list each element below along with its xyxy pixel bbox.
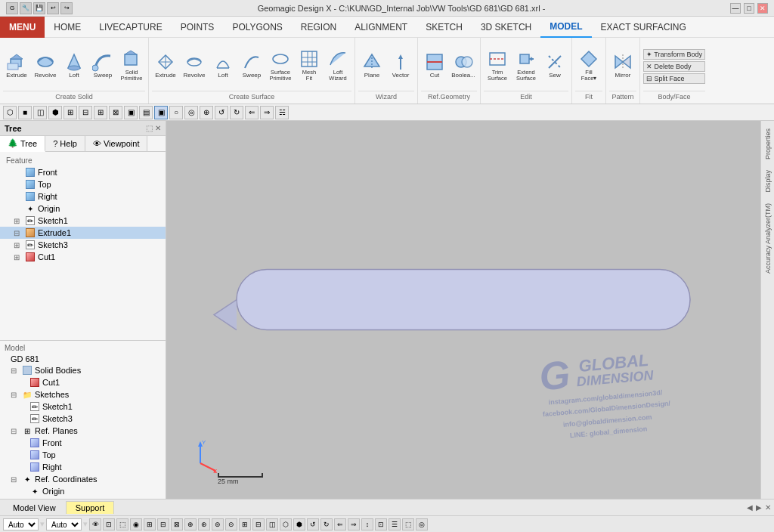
sub-icon-7[interactable]: ⊞: [94, 106, 107, 119]
feature-sketch3[interactable]: ⊞ ✏ Sketch3: [0, 239, 166, 251]
toolbar-surface-extrude[interactable]: Extrude: [152, 50, 179, 81]
menu-polygons[interactable]: POLYGONS: [223, 17, 291, 38]
toolbar-surface-sweep[interactable]: Sweep: [238, 50, 265, 81]
btm-icon-14[interactable]: ◫: [266, 518, 278, 530]
btm-icon-17[interactable]: ↺: [307, 518, 319, 530]
model-ref-top[interactable]: Top: [5, 449, 161, 461]
tab-viewpoint[interactable]: 👁 Viewpoint: [85, 136, 148, 151]
sub-icon-15[interactable]: ↻: [230, 106, 243, 119]
accuracy-tab[interactable]: Accuracy Analyzer(TM): [763, 199, 773, 278]
toolbar-loft-wizard[interactable]: LoftWizard: [324, 47, 351, 84]
model-sketch1[interactable]: ✏ Sketch1: [5, 401, 161, 413]
menu-region[interactable]: REGION: [292, 17, 345, 38]
display-tab[interactable]: Display: [763, 165, 773, 197]
btm-icon-2[interactable]: ⊡: [103, 518, 115, 530]
model-cut1[interactable]: Cut1: [5, 376, 161, 388]
tab-tree[interactable]: 🌲 Tree: [0, 136, 45, 152]
toolbar-cut[interactable]: Cut: [421, 50, 448, 81]
sub-icon-2[interactable]: ■: [18, 106, 32, 119]
toolbar-split-face[interactable]: ⊟ Split Face: [643, 73, 705, 84]
btm-icon-9[interactable]: ⊛: [198, 518, 210, 530]
btm-icon-11[interactable]: ⊝: [225, 518, 237, 530]
btm-icon-21[interactable]: ↕: [361, 518, 373, 530]
menu-3dsketch[interactable]: 3D SKETCH: [472, 17, 540, 38]
sub-icon-5[interactable]: ⊞: [63, 106, 77, 119]
toolbar-solid-primitive[interactable]: SolidPrimitive: [118, 47, 145, 84]
sub-icon-9[interactable]: ▣: [124, 106, 138, 119]
model-ref-planes[interactable]: ⊟ ⊞ Ref. Planes: [5, 425, 161, 437]
sub-icon-6[interactable]: ⊟: [79, 106, 92, 119]
feature-top[interactable]: Top: [0, 178, 166, 190]
menu-exact-surfacing[interactable]: EXACT SURFACING: [592, 17, 695, 38]
minimize-button[interactable]: —: [730, 3, 741, 14]
feature-sketch1[interactable]: ⊞ ✏ Sketch1: [0, 215, 166, 227]
model-origin[interactable]: ✦ Origin: [5, 485, 161, 497]
close-button[interactable]: ✕: [757, 3, 768, 14]
toolbar-delete-body[interactable]: ✕ Delete Body: [643, 61, 705, 72]
sub-icon-4[interactable]: ⬢: [48, 106, 62, 119]
btm-icon-10[interactable]: ⊜: [212, 518, 224, 530]
btm-icon-13[interactable]: ⊟: [252, 518, 265, 530]
btm-icon-4[interactable]: ◉: [130, 518, 142, 530]
feature-extrude1[interactable]: ⊟ Extrude1: [0, 227, 166, 239]
toolbar-sweep[interactable]: Sweep: [89, 50, 116, 81]
prev-tab-arrow[interactable]: ◀: [747, 503, 753, 512]
toolbar-surface-primitive[interactable]: SurfacePrimitive: [267, 47, 294, 84]
sub-icon-13[interactable]: ⊕: [200, 106, 213, 119]
model-sketches[interactable]: ⊟ 📁 Sketches: [5, 388, 161, 401]
btm-icon-19[interactable]: ⇐: [334, 518, 346, 530]
toolbar-extend-surface[interactable]: ExtendSurface: [512, 47, 540, 84]
sub-icon-17[interactable]: ⇒: [260, 106, 274, 119]
menu-livecapture[interactable]: LIVECAPTURE: [90, 17, 171, 38]
tab-model-view[interactable]: Model View: [3, 501, 66, 515]
toolbar-mirror[interactable]: Mirror: [609, 50, 636, 81]
btm-icon-15[interactable]: ⬡: [280, 518, 292, 530]
properties-tab[interactable]: Properties: [763, 124, 773, 164]
auto-select-2[interactable]: Auto: [46, 518, 82, 530]
window-controls[interactable]: — □ ✕: [730, 3, 768, 14]
sub-icon-selected[interactable]: ▣: [154, 106, 168, 119]
sub-icon-8[interactable]: ⊠: [109, 106, 122, 119]
btm-icon-6[interactable]: ⊟: [157, 518, 169, 530]
toolbar-trim-surface[interactable]: TrimSurface: [484, 47, 511, 84]
model-sketch3[interactable]: ✏ Sketch3: [5, 413, 161, 425]
toolbar-transform-body[interactable]: ✦ Transform Body: [643, 49, 705, 60]
model-ref-right[interactable]: Right: [5, 461, 161, 473]
btm-icon-25[interactable]: ◎: [416, 518, 428, 530]
toolbar-fill-face[interactable]: FillFace▾: [575, 47, 602, 84]
toolbar-revolve[interactable]: Revolve: [32, 50, 59, 81]
sub-icon-16[interactable]: ⇐: [245, 106, 259, 119]
btm-icon-3[interactable]: ⬚: [116, 518, 128, 530]
toolbar-vector[interactable]: Vector: [387, 50, 414, 81]
btm-icon-8[interactable]: ⊕: [184, 518, 197, 530]
feature-origin[interactable]: ✦ Origin: [0, 203, 166, 215]
model-ref-coordinates[interactable]: ⊟ ✦ Ref. Coordinates: [5, 473, 161, 485]
toolbar-sew[interactable]: Sew: [541, 50, 568, 81]
btm-icon-18[interactable]: ↻: [320, 518, 333, 530]
feature-right[interactable]: Right: [0, 190, 166, 203]
feature-front[interactable]: Front: [0, 166, 166, 178]
sub-icon-10[interactable]: ▤: [139, 106, 153, 119]
btm-icon-24[interactable]: ⬚: [402, 518, 414, 530]
sub-icon-14[interactable]: ↺: [215, 106, 228, 119]
viewport[interactable]: G GLOBAL DIMENSION instagram.com/globald…: [166, 121, 760, 499]
toolbar-surface-loft[interactable]: Loft: [209, 50, 237, 81]
btm-icon-12[interactable]: ⊞: [239, 518, 251, 530]
btm-icon-23[interactable]: ☰: [389, 518, 401, 530]
btm-icon-5[interactable]: ⊞: [144, 518, 156, 530]
model-solid-bodies[interactable]: ⊟ Solid Bodies: [5, 364, 161, 376]
btm-icon-16[interactable]: ⬢: [293, 518, 305, 530]
close-tab-arrow[interactable]: ✕: [765, 503, 771, 512]
sub-icon-1[interactable]: ⬡: [3, 106, 17, 119]
auto-select-1[interactable]: Auto: [3, 518, 39, 530]
tab-support[interactable]: Support: [66, 501, 115, 514]
toolbar-plane[interactable]: Plane: [358, 50, 385, 81]
menu-model[interactable]: MODEL: [540, 17, 591, 38]
toolbar-mesh-fit[interactable]: MeshFit: [296, 47, 323, 84]
btm-icon-7[interactable]: ⊠: [171, 518, 183, 530]
sub-icon-3[interactable]: ◫: [33, 106, 47, 119]
sub-icon-18[interactable]: ☵: [275, 106, 289, 119]
menu-home[interactable]: HOME: [45, 17, 90, 38]
menu-alignment[interactable]: ALIGNMENT: [345, 17, 416, 38]
maximize-button[interactable]: □: [744, 3, 754, 14]
